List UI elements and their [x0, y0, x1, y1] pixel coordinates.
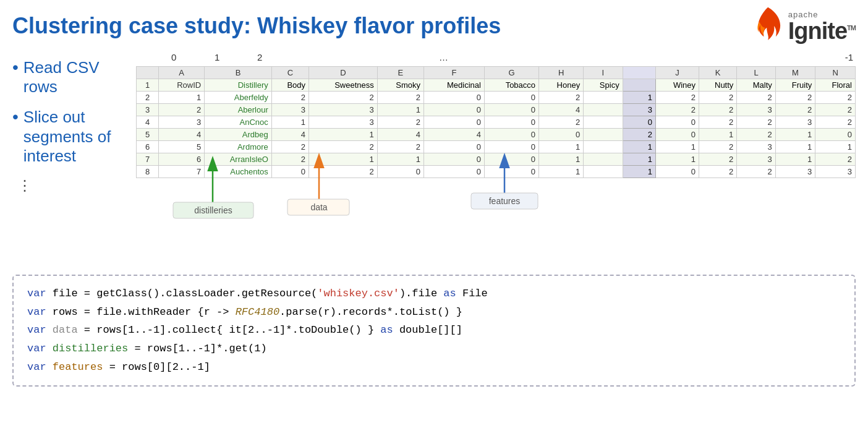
cell-5-E: 4	[377, 129, 423, 141]
cell-7-C: 2	[271, 153, 308, 166]
table-row-1: 1 RowID Distillery Body Sweetness Smoky …	[137, 79, 856, 92]
cell-3-I	[584, 104, 623, 116]
cell-6-E: 2	[377, 141, 423, 153]
cell-8-D: 2	[309, 166, 378, 178]
cell-6-C: 2	[271, 141, 308, 153]
logo-ignite-label: IgniteTM	[788, 19, 856, 43]
col-idx-ellipsis: …	[439, 52, 448, 62]
bullet-text-2: Slice out segments of interest	[23, 108, 136, 166]
table-row-5: 5 4 Ardbeg 4 1 4 4 0 0 2 0 1 2	[137, 129, 856, 141]
code-line-3: var data = rows[1..-1].collect{ it[2..-1…	[27, 321, 841, 340]
cell-5-M: 1	[775, 129, 815, 141]
row-num-3: 3	[137, 104, 159, 116]
cell-5-F: 4	[424, 129, 485, 141]
cell-3-B: Aberlour	[205, 104, 272, 116]
col-idx-1: 1	[215, 52, 219, 62]
cell-3-L: 3	[737, 104, 775, 116]
table-row-6: 6 5 Ardmore 2 2 2 0 0 1 1 1 2 3	[137, 141, 856, 153]
cell-2-B: Aberfeldy	[205, 92, 272, 104]
bullet-item-1: • Read CSV rows	[12, 58, 136, 96]
cell-5-I	[584, 129, 623, 141]
cell-6-M: 1	[775, 141, 815, 153]
cell-8-H: 1	[539, 166, 584, 178]
cell-3-M: 2	[775, 104, 815, 116]
cell-6-B: Ardmore	[205, 141, 272, 153]
table-header-letters: A B C D E F G H I J K L M N	[137, 67, 856, 79]
cell-5-J: 0	[656, 129, 699, 141]
cell-6-L: 3	[737, 141, 775, 153]
bullet-text-1: Read CSV rows	[23, 58, 136, 96]
cell-1-J: Winey	[656, 79, 699, 92]
svg-text:features: features	[489, 196, 521, 206]
col-J-header: J	[656, 67, 699, 79]
logo-area: apache IgniteTM	[751, 6, 856, 46]
spreadsheet-table: A B C D E F G H I J K L M N	[136, 66, 856, 178]
code-line-1: var file = getClass().classLoader.getRes…	[27, 285, 841, 303]
cell-4-N: 2	[815, 116, 856, 129]
cell-4-B: AnCnoc	[205, 116, 272, 129]
bullet-item-2: • Slice out segments of interest	[12, 108, 136, 166]
cell-7-M: 1	[775, 153, 815, 166]
page-header: Clustering case study: Whiskey flavor pr…	[0, 0, 868, 49]
code-line-2: var rows = file.withReader {r -> RFC4180…	[27, 303, 841, 322]
cell-6-sep: 1	[623, 141, 655, 153]
cell-4-C: 1	[271, 116, 308, 129]
row-num-6: 6	[137, 141, 159, 153]
cell-8-A: 7	[159, 166, 205, 178]
cell-2-C: 2	[271, 92, 308, 104]
cell-8-F: 0	[424, 166, 485, 178]
cell-4-J: 0	[656, 116, 699, 129]
svg-text:data: data	[310, 202, 327, 212]
cell-8-B: Auchentos	[205, 166, 272, 178]
cell-8-G: 0	[484, 166, 538, 178]
cell-3-K: 2	[699, 104, 737, 116]
flame-icon	[751, 6, 785, 46]
bullet-ellipsis: ⋮	[12, 177, 136, 194]
cell-1-M: Fruity	[775, 79, 815, 92]
cell-5-sep: 2	[623, 129, 655, 141]
table-row-4: 4 3 AnCnoc 1 3 2 0 0 2 0 0 2 2	[137, 116, 856, 129]
cell-6-I	[584, 141, 623, 153]
main-content: • Read CSV rows • Slice out segments of …	[0, 49, 868, 194]
col-H-header: H	[539, 67, 584, 79]
cell-4-H: 2	[539, 116, 584, 129]
col-idx-0: 0	[171, 52, 176, 62]
cell-3-N: 2	[815, 104, 856, 116]
cell-2-A: 1	[159, 92, 205, 104]
row-num-5: 5	[137, 129, 159, 141]
row-num-7: 7	[137, 153, 159, 166]
cell-1-E: Smoky	[377, 79, 423, 92]
table-row-8: 8 7 Auchentos 0 2 0 0 0 1 1 0 2 2	[137, 166, 856, 178]
col-M-header: M	[775, 67, 815, 79]
cell-6-D: 2	[309, 141, 378, 153]
svg-rect-8	[287, 199, 349, 215]
col-idx-neg1: -1	[845, 52, 853, 62]
col-index-row: 0 1 2 … -1	[136, 52, 856, 66]
cell-1-sep	[623, 79, 655, 92]
cell-1-N: Floral	[815, 79, 856, 92]
cell-1-K: Nutty	[699, 79, 737, 92]
cell-7-N: 2	[815, 153, 856, 166]
cell-4-E: 2	[377, 116, 423, 129]
cell-8-M: 3	[775, 166, 815, 178]
bullet-dot-2: •	[12, 108, 19, 127]
cell-5-L: 2	[737, 129, 775, 141]
cell-3-F: 0	[424, 104, 485, 116]
cell-1-F: Medicinal	[424, 79, 485, 92]
cell-1-H: Honey	[539, 79, 584, 92]
corner-cell	[137, 67, 159, 79]
cell-7-J: 1	[656, 153, 699, 166]
cell-4-I	[584, 116, 623, 129]
cell-8-sep: 1	[623, 166, 655, 178]
col-C-header: C	[271, 67, 308, 79]
cell-7-H: 1	[539, 153, 584, 166]
cell-4-F: 0	[424, 116, 485, 129]
page-title: Clustering case study: Whiskey flavor pr…	[12, 13, 501, 39]
cell-2-J: 2	[656, 92, 699, 104]
cell-8-L: 2	[737, 166, 775, 178]
cell-6-J: 1	[656, 141, 699, 153]
cell-3-D: 3	[309, 104, 378, 116]
cell-3-G: 0	[484, 104, 538, 116]
cell-2-H: 2	[539, 92, 584, 104]
cell-8-K: 2	[699, 166, 737, 178]
